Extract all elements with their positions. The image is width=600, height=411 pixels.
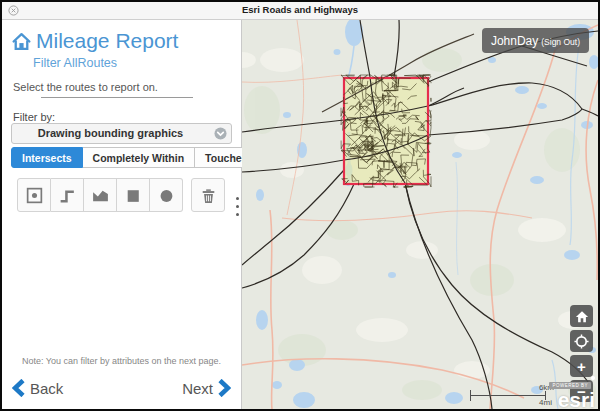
esri-attribution: POWERED BY esri [549,373,595,409]
instruction-text: Select the routes to report on. [13,81,158,93]
tab-intersects[interactable]: Intersects [11,147,83,168]
username: JohnDay [491,34,538,48]
locate-icon [574,334,589,349]
polyline-icon [58,186,77,205]
circle-icon [157,186,176,205]
tab-completely-within[interactable]: Completely Within [83,147,196,168]
home-icon [575,310,589,323]
user-signout-button[interactable]: JohnDay(Sign Out) [482,28,589,53]
navigation-row: Back Next [12,379,231,401]
map-view[interactable]: JohnDay(Sign Out) + − 6km 4mi [242,20,598,409]
clear-graphics-button[interactable] [191,178,225,212]
chevron-right-icon [218,379,231,397]
point-tool-button[interactable] [17,178,51,212]
locate-button[interactable] [570,330,593,352]
esri-globe-dot [591,376,595,380]
circle-tool-button[interactable] [150,178,183,212]
filter-allroutes-link[interactable]: Filter AllRoutes [33,56,117,70]
chevron-down-icon [214,127,227,140]
next-button[interactable]: Next [177,379,231,397]
home-icon [11,31,32,52]
app-window: Esri Roads and Highways Mileage Report F… [0,0,600,411]
basemap [242,20,598,409]
back-button[interactable]: Back [12,379,68,397]
trash-icon [199,186,218,205]
draw-toolbar [17,178,225,212]
sign-out-label: (Sign Out) [541,37,580,47]
note-text: Note: You can filter by attributes on th… [2,356,241,366]
mileage-report-panel: Mileage Report Filter AllRoutes Select t… [2,20,242,409]
point-icon [25,186,44,205]
spatial-relation-tabs: Intersects Completely Within Touches Edg… [11,147,231,168]
scale-bar: 6km 4mi [470,386,550,408]
page-title: Mileage Report [36,29,178,53]
polygon-icon [91,186,110,205]
next-label: Next [182,380,213,397]
window-title: Esri Roads and Highways [2,4,598,15]
chevron-left-icon [12,379,25,397]
polygon-tool-button[interactable] [84,178,117,212]
panel-header: Mileage Report [11,29,178,53]
home-extent-button[interactable] [570,305,593,327]
polyline-tool-button[interactable] [51,178,84,212]
dropdown-value: Drawing bounding graphics [12,127,209,139]
rectangle-tool-button[interactable] [117,178,150,212]
back-label: Back [30,380,63,397]
esri-logo: esri [549,391,595,409]
rectangle-icon [124,186,143,205]
zoom-in-label: + [577,359,586,374]
panel-drag-handle[interactable] [234,197,240,221]
filter-by-label: Filter by: [13,111,55,123]
filter-method-dropdown[interactable]: Drawing bounding graphics [11,123,232,144]
divider [41,97,193,98]
scale-line [470,395,546,396]
titlebar: Esri Roads and Highways [2,2,598,20]
